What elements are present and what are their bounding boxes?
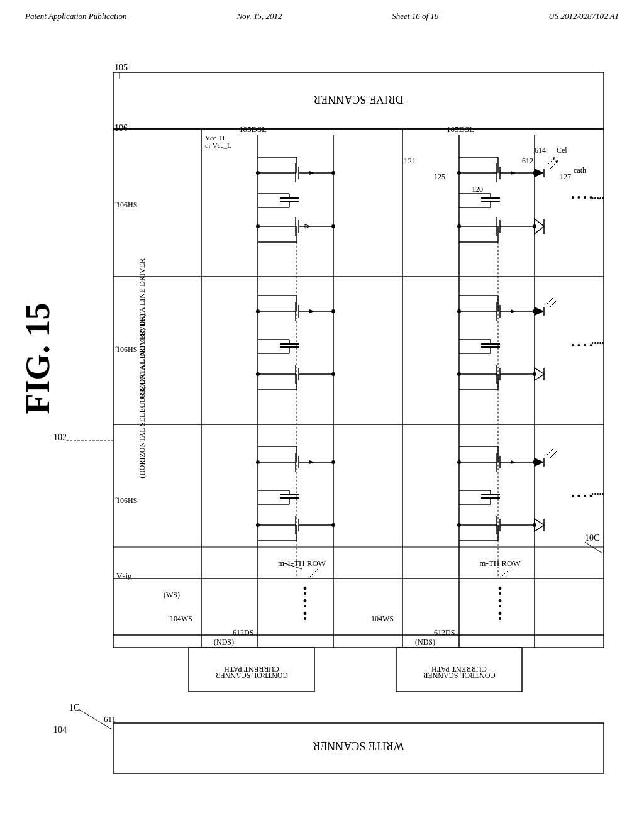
svg-point-186 bbox=[331, 309, 335, 313]
svg-line-169 bbox=[550, 451, 557, 458]
svg-text:•: • bbox=[497, 582, 502, 595]
page-header: Patent Application Publication Nov. 15, … bbox=[0, 11, 644, 21]
svg-marker-79 bbox=[309, 309, 314, 313]
header-sheet: Sheet 16 of 18 bbox=[392, 11, 438, 21]
m-minus-1-row-label: m-1-TH ROW bbox=[278, 558, 326, 568]
ref-121: 121 bbox=[404, 156, 416, 165]
svg-marker-129 bbox=[309, 460, 314, 464]
dots-h-1: ••••• bbox=[591, 194, 604, 203]
ref-106hs-tilde-1: ~ bbox=[115, 198, 119, 206]
circuit-diagram: FIG. 15 DRIVE SCANNER WRITE SCANNER CURR… bbox=[19, 31, 623, 805]
nds-label-2: (NDS) bbox=[415, 638, 435, 646]
horizontal-selector-label: HORIZONTAL DRIVER, DATA LINE DRIVER bbox=[138, 258, 147, 408]
svg-point-188 bbox=[457, 309, 461, 313]
svg-point-198 bbox=[533, 460, 536, 464]
svg-line-201 bbox=[500, 569, 509, 578]
svg-text:•: • bbox=[303, 594, 307, 608]
header-publication-label: Patent Application Publication bbox=[25, 11, 127, 21]
svg-point-176 bbox=[256, 171, 260, 175]
ref-104ws-2: 104WS bbox=[371, 614, 394, 623]
ref-104ws-tilde-1: ~ bbox=[169, 612, 172, 619]
ref-104ws-1: 104WS bbox=[170, 614, 192, 623]
header-date: Nov. 15, 2012 bbox=[236, 11, 282, 21]
svg-line-200 bbox=[308, 569, 318, 578]
dots-h-2: ••••• bbox=[591, 339, 604, 348]
ref-106hs-tilde-3: ~ bbox=[115, 494, 119, 501]
m-th-row-label: m-TH ROW bbox=[479, 558, 521, 568]
ref-cath: cath bbox=[574, 166, 586, 175]
ref-614: 614 bbox=[535, 146, 546, 155]
svg-point-199 bbox=[533, 523, 536, 527]
ref-106: 106 bbox=[114, 123, 128, 133]
svg-text:•: • bbox=[303, 607, 307, 621]
ref-125-tilde: ~ bbox=[433, 170, 436, 177]
ref-106hs-3: 106HS bbox=[116, 496, 137, 505]
svg-point-189 bbox=[457, 372, 461, 376]
svg-point-195 bbox=[331, 523, 335, 527]
svg-text:•: • bbox=[497, 594, 502, 608]
write-scanner-label: WRITE SCANNER bbox=[313, 739, 404, 752]
svg-marker-26 bbox=[309, 171, 314, 175]
vcc-or-label: or Vcc_L bbox=[205, 141, 231, 149]
ws-label: (WS) bbox=[164, 590, 180, 599]
dots-h-3: ••••• bbox=[591, 490, 604, 499]
svg-line-12 bbox=[585, 542, 602, 553]
header-patent-number: US 2012/0287102 A1 bbox=[548, 11, 619, 21]
svg-point-183 bbox=[533, 224, 536, 228]
svg-point-193 bbox=[256, 523, 260, 527]
svg-marker-48 bbox=[511, 171, 516, 175]
svg-marker-150 bbox=[511, 460, 516, 464]
svg-point-196 bbox=[457, 460, 461, 464]
ref-106hs-1: 106HS bbox=[116, 201, 137, 209]
ref-127: 127 bbox=[560, 172, 571, 181]
drive-scanner-label: DRIVE SCANNER bbox=[313, 93, 404, 106]
svg-point-180 bbox=[457, 171, 461, 175]
svg-text:• • • •: • • • • bbox=[571, 491, 592, 502]
ref-612ds-1: 612DS bbox=[233, 628, 253, 637]
svg-line-66 bbox=[547, 159, 553, 165]
ref-10c: 10C bbox=[585, 533, 599, 543]
svg-line-119 bbox=[550, 301, 557, 307]
svg-line-168 bbox=[547, 448, 553, 455]
svg-point-187 bbox=[331, 372, 335, 376]
svg-point-178 bbox=[331, 171, 335, 175]
svg-rect-4 bbox=[113, 129, 604, 648]
svg-point-192 bbox=[256, 460, 260, 464]
svg-point-181 bbox=[457, 224, 461, 228]
ref-1c: 1C bbox=[69, 703, 79, 712]
svg-line-118 bbox=[547, 297, 553, 304]
svg-point-177 bbox=[256, 224, 260, 228]
ref-612: 612 bbox=[522, 157, 533, 165]
control-scanner-label-1: CONTROL SCANNER bbox=[215, 671, 287, 680]
svg-point-191 bbox=[533, 372, 536, 376]
svg-point-182 bbox=[533, 171, 536, 175]
ref-106hs-tilde-2: ~ bbox=[115, 343, 119, 350]
ref-120: 120 bbox=[472, 185, 483, 194]
ref-105: 105 bbox=[114, 63, 128, 72]
figure-label: FIG. 15 bbox=[19, 302, 57, 414]
vcc-label: Vcc_H bbox=[205, 134, 225, 141]
svg-text:• • • •: • • • • bbox=[571, 192, 592, 203]
ref-104: 104 bbox=[53, 725, 67, 734]
svg-point-194 bbox=[331, 460, 335, 464]
ref-611: 611 bbox=[104, 714, 116, 724]
svg-line-67 bbox=[550, 162, 557, 169]
svg-marker-100 bbox=[511, 309, 516, 313]
ref-612ds-2: 612DS bbox=[434, 628, 455, 637]
svg-text:•: • bbox=[497, 607, 502, 621]
svg-text:• • • •: • • • • bbox=[571, 340, 592, 351]
svg-point-197 bbox=[457, 523, 461, 527]
ref-102: 102 bbox=[53, 433, 67, 442]
svg-point-179 bbox=[331, 224, 335, 228]
svg-text:•: • bbox=[303, 582, 307, 595]
nds-label-1: (NDS) bbox=[214, 638, 234, 646]
ref-cel: Cel bbox=[557, 146, 567, 155]
svg-point-185 bbox=[256, 372, 260, 376]
ref-105dsl-1: 105DSL bbox=[239, 124, 267, 134]
control-scanner-label-2: CONTROL SCANNER bbox=[423, 671, 495, 680]
ref-106hs-2: 106HS bbox=[116, 345, 137, 354]
svg-point-190 bbox=[533, 309, 536, 313]
ref-105dsl-2: 105DSL bbox=[447, 124, 474, 134]
svg-point-184 bbox=[256, 309, 260, 313]
